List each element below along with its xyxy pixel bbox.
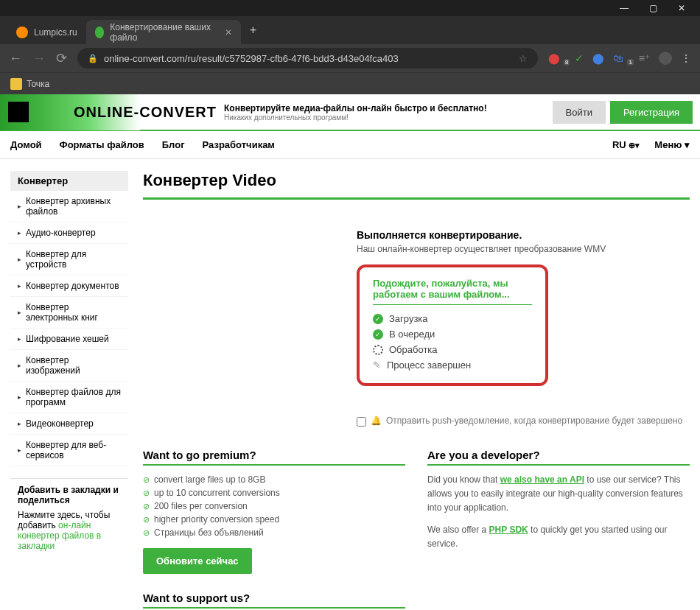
dev-paragraph: We also offer a PHP SDK to quickly get y… (427, 523, 690, 551)
chevron-right-icon: ▸ (18, 420, 21, 427)
sidebar-item-label: Конвертер документов (26, 281, 119, 291)
favicon-icon (95, 27, 105, 38)
progress-box: Подождите, пожалуйста, мы работаем с ваш… (357, 264, 548, 386)
sidebar-item-label: Конвертер изображений (26, 355, 121, 376)
forward-button[interactable]: → (32, 51, 46, 66)
conversion-heading: Выполняется конвертирование. (357, 229, 690, 241)
tab-online-convert[interactable]: Конвертирование ваших файло ✕ (86, 20, 241, 44)
login-button[interactable]: Войти (553, 101, 606, 124)
chevron-right-icon: ▸ (18, 335, 21, 343)
nav-devs[interactable]: Разработчикам (203, 139, 275, 150)
close-tab-icon[interactable]: ✕ (225, 27, 232, 38)
step-label: Загрузка (389, 313, 428, 324)
bell-icon: 🔔 (371, 416, 382, 426)
bookmark-bar: Точка (0, 72, 700, 94)
ext-icon[interactable]: ⬤ (592, 52, 604, 64)
premium-bullet: ⊘Страницы без объявлений (143, 526, 405, 539)
star-icon[interactable]: ☆ (519, 53, 528, 64)
dev-paragraph: Did you know that we also have an API to… (427, 473, 690, 516)
lang-selector[interactable]: RU ⊕▾ (612, 139, 640, 150)
ext-icon[interactable]: 🛍1 (613, 52, 629, 64)
globe-icon: ⊕▾ (629, 141, 640, 150)
minimize-icon[interactable]: — (620, 3, 629, 13)
chevron-right-icon: ▸ (18, 203, 21, 210)
premium-bullet: ⊘higher priority conversion speed (143, 513, 405, 526)
sidebar-item-web[interactable]: ▸Конвертер для веб-сервисов (10, 435, 128, 466)
site-header: ONLINE-CONVERT Конвертируйте медиа-файлы… (0, 94, 700, 131)
sidebar-item-label: Конвертер архивных файлов (26, 196, 121, 217)
progress-title: Подождите, пожалуйста, мы работаем с ваш… (373, 278, 532, 305)
sidebar-item-ebook[interactable]: ▸Конвертер электронных книг (10, 297, 128, 329)
register-button[interactable]: Регистрация (610, 101, 693, 124)
sidebar: Конвертер ▸Конвертер архивных файлов ▸Ау… (10, 171, 128, 609)
step-label: В очереди (389, 329, 435, 340)
tab-title: Конвертирование ваших файло (110, 22, 212, 43)
close-window-icon[interactable]: ✕ (678, 3, 685, 13)
sidebar-item-archive[interactable]: ▸Конвертер архивных файлов (10, 191, 128, 222)
sidebar-title: Конвертер (10, 171, 128, 191)
nav-home[interactable]: Домой (10, 139, 42, 150)
sidebar-item-image[interactable]: ▸Конвертер изображений (10, 350, 128, 382)
spinner-icon (373, 345, 383, 355)
chevron-right-icon: ▸ (18, 393, 21, 401)
sidebar-item-label: Конвертер файлов для программ (26, 387, 121, 407)
nav-formats[interactable]: Форматы файлов (60, 139, 144, 150)
bookmark-text: Нажмите здесь, чтобы добавить он-лайн ко… (18, 510, 110, 551)
step-upload: ✓Загрузка (373, 311, 532, 326)
menu-dropdown[interactable]: Меню ▾ (654, 139, 690, 150)
tab-bar: Lumpics.ru Конвертирование ваших файло ✕… (0, 16, 700, 44)
tagline: Конвертируйте медиа-файлы он-лайн быстро… (224, 103, 553, 122)
check-icon: ✓ (373, 314, 383, 324)
nav-blog[interactable]: Блог (162, 139, 185, 150)
api-link[interactable]: we also have an API (500, 474, 584, 485)
favicon-icon (16, 27, 28, 38)
tab-title: Lumpics.ru (34, 27, 77, 38)
sidebar-item-document[interactable]: ▸Конвертер документов (10, 276, 128, 297)
sidebar-item-label: Конвертер для веб-сервисов (26, 440, 121, 460)
page-title: Конвертер Video (143, 171, 690, 200)
ext-icon[interactable]: ⬤8 (548, 52, 566, 64)
menu-icon[interactable]: ⋮ (681, 52, 691, 64)
check-icon: ⊘ (143, 475, 150, 485)
premium-bullet: ⊘up to 10 concurrent conversions (143, 486, 405, 499)
push-label: Отправить push-уведомление, когда конвер… (386, 416, 682, 426)
check-icon: ⊘ (143, 488, 150, 498)
sdk-link[interactable]: PHP SDK (489, 525, 528, 535)
sidebar-item-audio[interactable]: ▸Аудио-конвертер (10, 222, 128, 244)
push-checkbox[interactable] (357, 417, 366, 427)
sidebar-item-label: Конвертер для устройств (26, 249, 121, 270)
ext-icon[interactable]: ≡⁺ (639, 52, 650, 64)
premium-column: Want to go premium? ⊘convert large files… (143, 449, 405, 609)
chevron-right-icon: ▸ (18, 362, 21, 369)
sidebar-item-video[interactable]: ▸Видеоконвертер (10, 413, 128, 435)
sidebar-item-device[interactable]: ▸Конвертер для устройств (10, 244, 128, 276)
maximize-icon[interactable]: ▢ (649, 3, 657, 13)
tab-lumpics[interactable]: Lumpics.ru (7, 20, 86, 44)
developer-column: Are you a developer? Did you know that w… (427, 449, 690, 609)
logo[interactable]: ONLINE-CONVERT (0, 94, 217, 130)
avatar-icon[interactable] (659, 52, 672, 65)
step-processing: Обработка (373, 342, 532, 357)
sidebar-item-software[interactable]: ▸Конвертер файлов для программ (10, 382, 128, 413)
url-field[interactable]: 🔒 online-convert.com/ru/result/c5752987-… (77, 48, 538, 69)
conversion-status: Выполняется конвертирование. Наш онлайн-… (357, 229, 690, 386)
upgrade-button[interactable]: Обновите сейчас (143, 548, 252, 574)
sidebar-item-label: Аудио-конвертер (26, 228, 96, 238)
reload-button[interactable]: ⟳ (56, 50, 67, 66)
url-text: online-convert.com/ru/result/c5752987-cf… (104, 53, 399, 64)
ext-icon[interactable]: ✓ (575, 52, 584, 64)
chevron-right-icon: ▸ (18, 282, 21, 290)
lock-icon: 🔒 (88, 54, 98, 63)
address-bar: ← → ⟳ 🔒 online-convert.com/ru/result/c57… (0, 44, 700, 72)
back-button[interactable]: ← (9, 51, 22, 66)
sidebar-item-hash[interactable]: ▸Шифрование хешей (10, 329, 128, 350)
chevron-right-icon: ▸ (18, 446, 21, 454)
logo-text: ONLINE-CONVERT (74, 104, 217, 121)
main-content: Конвертер Video Выполняется конвертирова… (143, 171, 690, 609)
premium-bullet: ⊘convert large files up to 8GB (143, 473, 405, 486)
bookmark-item[interactable]: Точка (27, 79, 49, 89)
step-done: ✎Процесс завершен (373, 357, 532, 373)
check-icon: ⊘ (143, 515, 150, 525)
new-tab-button[interactable]: + (241, 24, 265, 37)
step-label: Процесс завершен (387, 360, 471, 371)
